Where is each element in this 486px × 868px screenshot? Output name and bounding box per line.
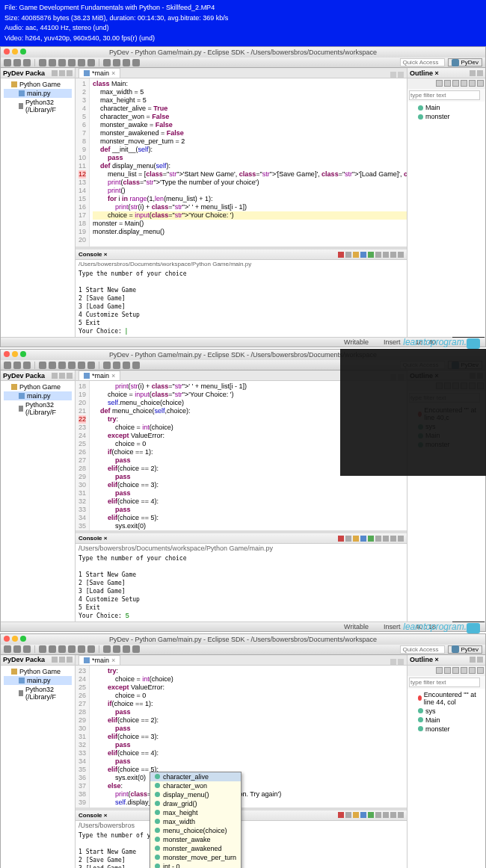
autocomplete-item[interactable]: character_won (150, 781, 241, 790)
minimize-window-icon[interactable] (12, 49, 18, 55)
sort-icon[interactable] (436, 80, 443, 87)
autocomplete-item[interactable]: monster_awakened (150, 844, 241, 853)
window-title-bar[interactable]: PyDev - Python Game/main.py - Eclipse SD… (1, 47, 485, 58)
toolbar-button[interactable] (113, 59, 120, 66)
toolbar-button[interactable] (39, 59, 46, 66)
toolbar-button[interactable] (49, 645, 56, 653)
autocomplete-item[interactable]: draw_grid() (150, 799, 241, 808)
toolbar-button[interactable] (123, 362, 130, 369)
terminate-icon[interactable] (338, 812, 344, 818)
toolbar-button[interactable] (58, 362, 66, 369)
minimize-icon[interactable] (390, 812, 396, 818)
sort-icon[interactable] (469, 667, 476, 674)
maximize-icon[interactable] (67, 657, 73, 663)
console-output[interactable]: Type the number of your choice 1 Start N… (76, 553, 407, 621)
toolbar-button[interactable] (23, 59, 31, 66)
toolbar-button[interactable] (113, 645, 120, 653)
sort-icon[interactable] (452, 667, 459, 674)
toolbar-button[interactable] (13, 645, 21, 653)
zoom-window-icon[interactable] (20, 351, 26, 357)
autocomplete-item[interactable]: character_alive (150, 772, 241, 781)
minimize-icon[interactable] (390, 659, 396, 665)
editor-tab[interactable]: *main× (79, 655, 120, 665)
toolbar-button[interactable] (103, 362, 111, 369)
close-window-icon[interactable] (4, 351, 10, 357)
project-tree[interactable]: Python Game main.py Python32 (/Library/F (1, 666, 75, 868)
pin-icon[interactable] (368, 252, 374, 258)
toolbar-button[interactable] (4, 645, 11, 653)
maximize-icon[interactable] (398, 252, 404, 258)
file-node[interactable]: main.py (4, 391, 72, 400)
maximize-icon[interactable] (398, 536, 404, 542)
autocomplete-item[interactable]: monster_move_per_turn (150, 853, 241, 862)
code-area[interactable]: try: choice = int(choice) except ValueEr… (90, 666, 407, 807)
scroll-lock-icon[interactable] (360, 252, 366, 258)
toolbar-button[interactable] (49, 362, 56, 369)
autocomplete-item[interactable]: max_height (150, 808, 241, 817)
outline-item[interactable]: monster (410, 112, 482, 121)
toolbar-button[interactable] (68, 645, 76, 653)
zoom-window-icon[interactable] (20, 636, 26, 642)
autocomplete-item[interactable]: monster_awake (150, 835, 241, 844)
code-editor[interactable]: 1234567891011121314151617181920 class Ma… (76, 78, 407, 247)
toolbar-button[interactable] (58, 59, 66, 66)
remove-all-icon[interactable] (353, 812, 359, 818)
outline-item[interactable]: Main (410, 716, 482, 725)
toolbar-button[interactable] (13, 362, 21, 369)
library-node[interactable]: Python32 (/Library/F (4, 685, 72, 701)
toolbar-button[interactable] (123, 645, 130, 653)
close-window-icon[interactable] (4, 636, 10, 642)
quick-access-input[interactable] (400, 645, 445, 654)
remove-icon[interactable] (345, 252, 351, 258)
autocomplete-item[interactable]: menu_choice(choice) (150, 826, 241, 835)
close-tab-icon[interactable]: × (111, 69, 115, 77)
autocomplete-item[interactable]: max_width (150, 817, 241, 826)
pin-icon[interactable] (368, 812, 374, 818)
remove-all-icon[interactable] (353, 536, 359, 542)
display-icon[interactable] (375, 812, 381, 818)
toolbar-button[interactable] (23, 645, 31, 653)
sort-icon[interactable] (469, 80, 476, 87)
console-output[interactable]: Type the number of your choice 1 Start N… (76, 268, 407, 337)
toolbar-button[interactable] (132, 645, 140, 653)
minimize-window-icon[interactable] (12, 636, 18, 642)
view-menu-icon[interactable] (52, 657, 58, 663)
scroll-lock-icon[interactable] (360, 812, 366, 818)
toolbar-button[interactable] (87, 59, 95, 66)
close-tab-icon[interactable]: × (111, 657, 115, 664)
toolbar-button[interactable] (4, 362, 11, 369)
sort-icon[interactable] (461, 80, 467, 87)
outline-tree[interactable]: Encountered "" at line 44, colsysMainmon… (407, 689, 485, 868)
remove-all-icon[interactable] (353, 252, 359, 258)
display-icon[interactable] (375, 252, 381, 258)
autocomplete-popup[interactable]: character_alivecharacter_wondisplay_menu… (150, 772, 242, 868)
toolbar-button[interactable] (13, 59, 21, 66)
remove-icon[interactable] (345, 536, 351, 542)
toolbar-button[interactable] (87, 645, 95, 653)
maximize-icon[interactable] (477, 70, 483, 76)
minimize-icon[interactable] (59, 70, 65, 76)
outline-filter-input[interactable] (409, 90, 480, 100)
line-gutter[interactable]: 1819202122232425262728293031323334353637… (76, 381, 90, 530)
project-node[interactable]: Python Game (4, 382, 72, 391)
open-console-icon[interactable] (383, 536, 389, 542)
open-console-icon[interactable] (383, 812, 389, 818)
toolbar-button[interactable] (23, 362, 31, 369)
quick-access-input[interactable] (400, 58, 445, 66)
toolbar-button[interactable] (103, 645, 111, 653)
toolbar-button[interactable] (68, 59, 76, 66)
toolbar-button[interactable] (39, 645, 46, 653)
pin-icon[interactable] (368, 536, 374, 542)
maximize-icon[interactable] (398, 659, 404, 665)
toolbar-button[interactable] (39, 362, 46, 369)
close-tab-icon[interactable]: × (111, 372, 115, 379)
sort-icon[interactable] (436, 667, 443, 674)
sort-icon[interactable] (452, 80, 459, 87)
outline-item[interactable]: Main (410, 103, 482, 112)
minimize-icon[interactable] (390, 536, 396, 542)
toolbar-button[interactable] (132, 59, 140, 66)
project-node[interactable]: Python Game (4, 80, 72, 89)
autocomplete-item[interactable]: int - 0 (150, 862, 241, 868)
toolbar-button[interactable] (78, 362, 85, 369)
minimize-icon[interactable] (59, 657, 65, 663)
